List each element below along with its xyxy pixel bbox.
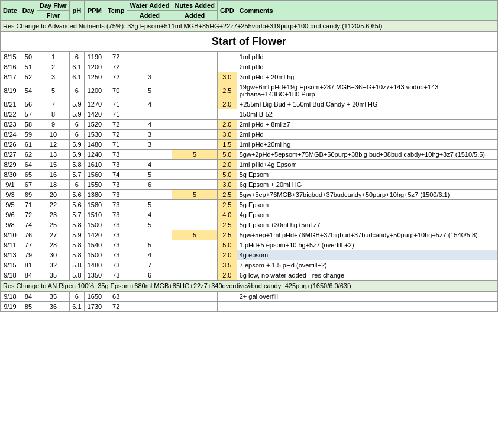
table-cell xyxy=(237,302,497,312)
table-cell: 2.0 xyxy=(217,99,237,109)
table-cell: 72 xyxy=(105,72,127,82)
table-cell: 1560 xyxy=(84,170,105,180)
table-cell: 6.1 xyxy=(69,302,84,312)
table-cell: 73 xyxy=(105,150,127,160)
table-cell: 73 xyxy=(105,180,127,190)
table-row: 8/225785.9142071150ml B-52 xyxy=(1,109,498,120)
table-cell: 2.5 xyxy=(217,200,237,210)
table-cell: 2.0 xyxy=(217,120,237,130)
table-cell: 5 xyxy=(127,220,172,230)
table-cell xyxy=(172,99,217,109)
table-cell: 63 xyxy=(105,292,127,302)
table-cell: 1240 xyxy=(84,150,105,160)
table-cell: 1510 xyxy=(84,210,105,220)
table-cell: 73 xyxy=(105,160,127,170)
table-cell: 5.7 xyxy=(69,170,84,180)
table-cell: 4g epsom xyxy=(237,250,497,260)
table-cell: 71 xyxy=(105,109,127,120)
table-cell xyxy=(127,230,172,240)
table-cell: 9/11 xyxy=(1,240,20,250)
table-cell: 3 xyxy=(37,72,70,82)
table-cell: 8/23 xyxy=(1,120,20,130)
table-cell: 4 xyxy=(127,120,172,130)
table-cell xyxy=(172,302,217,312)
table-cell: 3ml pHd + 20ml hg xyxy=(237,72,497,82)
table-cell: 6 xyxy=(127,180,172,190)
table-cell xyxy=(172,160,217,170)
table-cell: 51 xyxy=(20,62,37,72)
table-cell: 1270 xyxy=(84,99,105,109)
table-cell: 10 xyxy=(37,130,70,140)
table-row: 9/1076275.914207352.55gw+5ep+1ml pHd+76M… xyxy=(1,230,498,240)
table-cell: 79 xyxy=(20,250,37,260)
table-cell: +255ml Big Bud + 150ml Bud Candy + 20ml … xyxy=(237,99,497,109)
res-change-1-text: Res Change to Advanced Nutrients (75%): … xyxy=(1,21,498,32)
table-cell xyxy=(127,52,172,62)
col-header-water2: Added xyxy=(127,11,172,21)
start-flower-text: Start of Flower xyxy=(1,32,498,52)
table-cell: 6 xyxy=(69,130,84,140)
table-cell: 74 xyxy=(20,220,37,230)
table-cell: 7 epsom + 1.5 pHd (overfill+2) xyxy=(237,260,497,270)
table-cell: 6 xyxy=(69,52,84,62)
table-cell: 12 xyxy=(37,140,70,150)
table-cell: 15 xyxy=(37,160,70,170)
table-row: 8/19545612007052.519gw+6ml pHd+19g Epsom… xyxy=(1,82,498,99)
table-cell: 72 xyxy=(105,130,127,140)
table-cell: 35 xyxy=(37,292,70,302)
table-cell: 13 xyxy=(37,150,70,160)
table-cell xyxy=(172,140,217,150)
table-row: 9/672235.715107344.04g Epsom xyxy=(1,210,498,220)
table-cell: 73 xyxy=(105,250,127,260)
table-cell: 2.5 xyxy=(217,220,237,230)
table-cell: 5.6 xyxy=(69,200,84,210)
table-cell: 1480 xyxy=(84,260,105,270)
table-cell: 2.0 xyxy=(217,270,237,281)
table-cell: 1500 xyxy=(84,220,105,230)
table-cell: 6 xyxy=(127,270,172,281)
table-cell: 1190 xyxy=(84,52,105,62)
table-cell: 3.5 xyxy=(217,260,237,270)
table-cell: 36 xyxy=(37,302,70,312)
table-cell: 6.1 xyxy=(69,62,84,72)
table-row: 9/18843561650632+ gal overfill xyxy=(1,292,498,302)
table-cell xyxy=(172,120,217,130)
table-cell: 5g Epsom +30ml hg+5ml z7 xyxy=(237,220,497,230)
table-cell: 19gw+6ml pHd+19g Epsom+287 MGB+36HG+10z7… xyxy=(237,82,497,99)
table-cell: 4 xyxy=(127,210,172,220)
table-cell: 8/19 xyxy=(1,82,20,99)
table-row: 9/874255.815007352.55g Epsom +30ml hg+5m… xyxy=(1,220,498,230)
table-cell: 5g Epsom xyxy=(237,170,497,180)
table-cell: 9/8 xyxy=(1,220,20,230)
table-cell: 5.9 xyxy=(69,230,84,240)
table-cell: 5gw+5ep+76MGB+37bigbud+37budcandy+50purp… xyxy=(237,190,497,200)
col-header-flwr2: Flwr xyxy=(37,11,70,21)
table-cell: 2.0 xyxy=(217,160,237,170)
table-cell: 9/18 xyxy=(1,270,20,281)
table-cell: 3.0 xyxy=(217,130,237,140)
table-cell: 73 xyxy=(105,220,127,230)
table-cell: 8/22 xyxy=(1,109,20,120)
table-cell: 81 xyxy=(20,260,37,270)
table-row: 8/2964155.816107342.01ml pHd+4g Epsom xyxy=(1,160,498,170)
table-cell: 71 xyxy=(105,140,127,150)
table-cell: 5.8 xyxy=(69,270,84,281)
table-cell: 3 xyxy=(127,140,172,150)
table-cell xyxy=(172,180,217,190)
table-cell: 3 xyxy=(127,72,172,82)
table-cell xyxy=(127,302,172,312)
table-cell: 58 xyxy=(20,120,37,130)
table-cell: 5.7 xyxy=(69,210,84,220)
table-cell: 84 xyxy=(20,292,37,302)
table-cell: 4 xyxy=(127,99,172,109)
table-cell: 5 xyxy=(172,150,217,160)
table-cell xyxy=(172,130,217,140)
table-cell: 5.0 xyxy=(217,170,237,180)
table-cell: 7 xyxy=(37,99,70,109)
table-cell: 1650 xyxy=(84,292,105,302)
table-cell xyxy=(127,150,172,160)
table-cell: 8/30 xyxy=(1,170,20,180)
table-cell: 1540 xyxy=(84,240,105,250)
table-cell: 2 xyxy=(37,62,70,72)
table-cell: 35 xyxy=(37,270,70,281)
